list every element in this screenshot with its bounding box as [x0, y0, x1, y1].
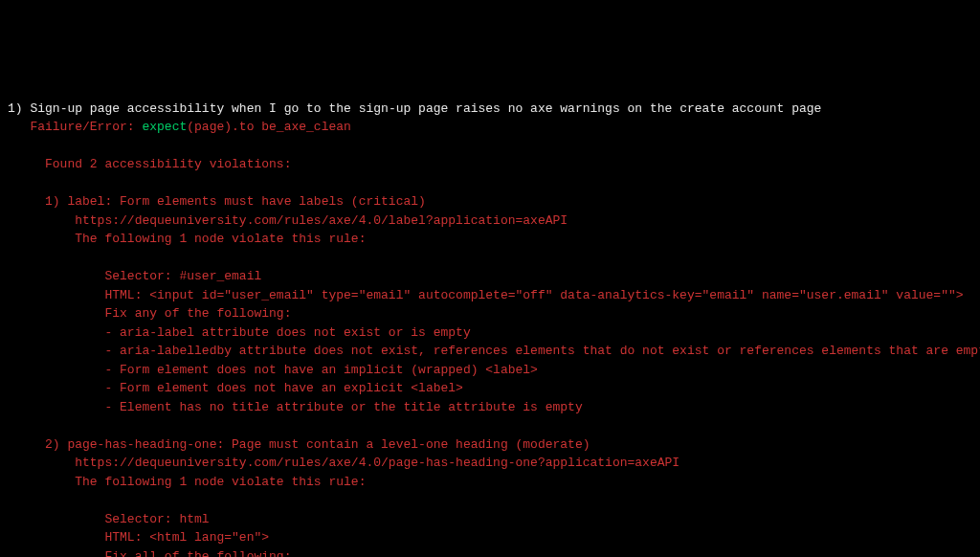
violation-2-selector: Selector: html	[104, 512, 209, 526]
violation-1-url: https://dequeuniversity.com/rules/axe/4.…	[75, 213, 568, 228]
violation-1-selector: Selector: #user_email	[104, 269, 261, 283]
violations-summary: Found 2 accessibility violations:	[45, 157, 291, 171]
violation-2-count: The following 1 node violate this rule:	[75, 475, 366, 489]
violation-1-fix-intro: Fix any of the following:	[104, 306, 291, 321]
violation-1-fix-1: - aria-label attribute does not exist or…	[104, 325, 470, 340]
violation-1-fix-2: - aria-labelledby attribute does not exi…	[104, 344, 980, 358]
violation-1-count: The following 1 node violate this rule:	[75, 232, 366, 246]
violation-1-heading: 1) label: Form elements must have labels…	[45, 194, 426, 209]
violation-1-fix-3: - Form element does not have an implicit…	[104, 363, 537, 377]
violation-2-fix-intro: Fix all of the following:	[104, 549, 291, 558]
test-title: Sign-up page accessibility when I go to …	[30, 101, 821, 116]
violation-1-fix-4: - Form element does not have an explicit…	[104, 381, 462, 395]
failure-label: Failure/Error:	[30, 120, 134, 134]
violation-2-url: https://dequeuniversity.com/rules/axe/4.…	[75, 456, 679, 470]
test-index: 1)	[8, 101, 23, 116]
terminal-output: 1) Sign-up page accessibility when I go …	[8, 80, 972, 557]
violation-2-html: HTML: <html lang="en">	[104, 530, 269, 545]
violation-1-fix-5: - Element has no title attribute or the …	[104, 400, 582, 414]
failure-expr: (page).to be_axe_clean	[187, 120, 351, 134]
violation-2-heading: 2) page-has-heading-one: Page must conta…	[45, 437, 590, 452]
expect-keyword: expect	[142, 120, 187, 134]
violation-1-html: HTML: <input id="user_email" type="email…	[104, 288, 963, 302]
